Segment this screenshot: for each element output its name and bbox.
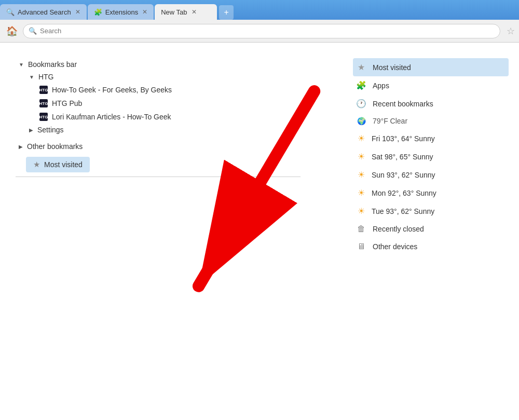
divider <box>16 177 301 177</box>
settings-folder-label: Settings <box>37 126 64 134</box>
apps-label: Apps <box>373 82 389 90</box>
sun-icon: ☀ <box>356 170 366 180</box>
htg-children: HTG How-To Geek - For Geeks, By Geeks HT… <box>36 83 332 124</box>
bookmark-title: HTG Pub <box>52 99 82 107</box>
tab-label: Extensions <box>105 8 139 16</box>
recently-closed-label: Recently closed <box>373 225 424 233</box>
globe-icon: 🌍 <box>356 117 366 125</box>
new-tab-recently-closed[interactable]: 🗑 Recently closed <box>353 220 509 238</box>
new-tab-weather-mon[interactable]: ☀ Mon 92°, 63° Sunny <box>353 184 509 202</box>
weather-fri-label: Fri 103°, 64° Sunny <box>372 134 435 143</box>
htg-folder-label: HTG <box>38 73 54 81</box>
triangle-icon: ▼ <box>19 62 24 67</box>
triangle-icon: ▶ <box>29 127 33 133</box>
new-tab-apps[interactable]: 🧩 Apps <box>353 76 509 94</box>
bookmark-title: Lori Kaufman Articles - How-To Geek <box>52 113 171 121</box>
nav-bar: 🏠 🔍 ☆ <box>0 20 519 43</box>
triangle-icon: ▼ <box>29 74 34 80</box>
htg-favicon: HTG <box>39 113 48 121</box>
most-visited-label: Most visited <box>373 63 411 72</box>
bookmarks-bar-section: ▼ Bookmarks bar ▼ HTG HTG How-To Geek - … <box>16 58 332 136</box>
new-tab-weather-fri[interactable]: ☀ Fri 103°, 64° Sunny <box>353 129 509 147</box>
other-bookmarks-section: ▶ Other bookmarks <box>16 140 332 153</box>
weather-sat-label: Sat 98°, 65° Sunny <box>372 153 433 161</box>
other-bookmarks-header[interactable]: ▶ Other bookmarks <box>16 140 332 153</box>
weather-tue-label: Tue 93°, 62° Sunny <box>372 207 434 215</box>
bookmark-star[interactable]: ☆ <box>507 25 515 37</box>
bookmarks-bar-header[interactable]: ▼ Bookmarks bar <box>16 58 332 71</box>
tab-label: New Tab <box>161 8 187 16</box>
device-icon: 🖥 <box>356 242 366 251</box>
most-visited-label: Most visited <box>44 160 83 169</box>
search-tab-icon: 🔍 <box>6 8 15 16</box>
tab-close-btn[interactable]: ✕ <box>192 8 197 16</box>
new-tab-recent-bookmarks[interactable]: 🕐 Recent bookmarks <box>353 94 509 113</box>
most-visited-bookmark-item[interactable]: ★ Most visited <box>26 157 90 172</box>
extensions-tab-icon: 🧩 <box>94 8 102 16</box>
search-input[interactable] <box>40 27 495 35</box>
triangle-icon: ▶ <box>19 144 23 150</box>
new-tab-other-devices[interactable]: 🖥 Other devices <box>353 238 509 255</box>
new-tab-weather-current[interactable]: 🌍 79°F Clear <box>353 113 509 129</box>
star-icon: ★ <box>356 62 366 72</box>
clock-icon: 🕐 <box>356 99 366 109</box>
tab-advanced-search[interactable]: 🔍 Advanced Search ✕ <box>0 4 87 20</box>
star-icon: ★ <box>33 160 40 169</box>
settings-folder-header[interactable]: ▶ Settings <box>26 124 332 136</box>
other-bookmarks-label: Other bookmarks <box>27 142 83 151</box>
main-content: ▼ Bookmarks bar ▼ HTG HTG How-To Geek - … <box>0 43 519 420</box>
apps-icon: 🧩 <box>356 80 366 90</box>
weather-sun-label: Sun 93°, 62° Sunny <box>372 171 435 179</box>
weather-mon-label: Mon 92°, 63° Sunny <box>372 189 436 197</box>
tab-new-tab[interactable]: New Tab ✕ <box>155 4 217 20</box>
weather-current-label: 79°F Clear <box>373 117 407 125</box>
sun-icon: ☀ <box>356 188 366 198</box>
new-tab-weather-sun[interactable]: ☀ Sun 93°, 62° Sunny <box>353 166 509 184</box>
sun-icon: ☀ <box>356 206 366 216</box>
tab-extensions[interactable]: 🧩 Extensions ✕ <box>88 4 154 20</box>
tab-close-btn[interactable]: ✕ <box>75 8 80 16</box>
htg-favicon: HTG <box>39 99 48 107</box>
new-tab-weather-sat[interactable]: ☀ Sat 98°, 65° Sunny <box>353 147 509 166</box>
htg-folder-header[interactable]: ▼ HTG <box>26 71 332 83</box>
sun-icon: ☀ <box>356 133 366 143</box>
new-tab-weather-tue[interactable]: ☀ Tue 93°, 62° Sunny <box>353 202 509 220</box>
address-bar[interactable]: 🔍 <box>23 24 500 38</box>
search-bar-icon: 🔍 <box>29 27 37 35</box>
bookmark-title: How-To Geek - For Geeks, By Geeks <box>52 86 172 94</box>
trash-icon: 🗑 <box>356 224 366 234</box>
new-tab-most-visited[interactable]: ★ Most visited <box>353 58 509 76</box>
home-icon: 🏠 <box>6 25 18 37</box>
recent-bookmarks-label: Recent bookmarks <box>373 100 433 108</box>
bookmarks-bar-label: Bookmarks bar <box>28 60 77 69</box>
new-tab-button[interactable]: + <box>219 5 234 20</box>
list-item[interactable]: HTG Lori Kaufman Articles - How-To Geek <box>36 110 332 124</box>
htg-favicon: HTG <box>39 86 48 94</box>
browser-frame: 🔍 Advanced Search ✕ 🧩 Extensions ✕ New T… <box>0 0 519 420</box>
sun-icon: ☀ <box>356 152 366 161</box>
tab-close-btn[interactable]: ✕ <box>142 8 147 16</box>
list-item[interactable]: HTG HTG Pub <box>36 97 332 110</box>
new-tab-panel: ★ Most visited 🧩 Apps 🕐 Recent bookmarks… <box>343 43 519 420</box>
other-devices-label: Other devices <box>373 242 417 251</box>
tab-label: Advanced Search <box>18 8 71 16</box>
home-button[interactable]: 🏠 <box>4 23 20 39</box>
list-item[interactable]: HTG How-To Geek - For Geeks, By Geeks <box>36 83 332 97</box>
tab-bar: 🔍 Advanced Search ✕ 🧩 Extensions ✕ New T… <box>0 0 519 20</box>
bookmarks-bar-children: ▼ HTG HTG How-To Geek - For Geeks, By Ge… <box>26 71 332 136</box>
bookmarks-panel: ▼ Bookmarks bar ▼ HTG HTG How-To Geek - … <box>0 43 343 420</box>
